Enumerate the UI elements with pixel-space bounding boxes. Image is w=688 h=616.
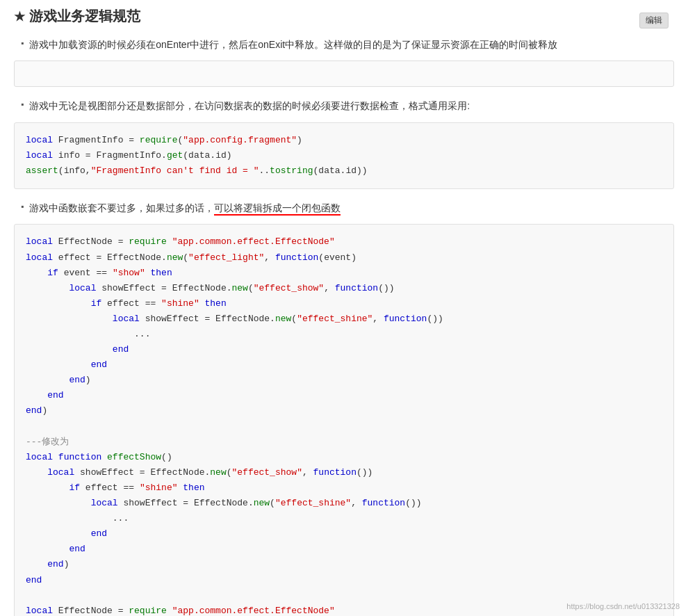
code-block-2: local EffectNode = require "app.common.e… bbox=[14, 224, 674, 616]
section-3-text: 游戏中函数嵌套不要过多，如果过多的话，可以将逻辑拆成一个闭包函数 bbox=[29, 200, 341, 216]
watermark: https://blog.csdn.net/u013321328 bbox=[566, 602, 680, 610]
section-2: ▪ 游戏中无论是视图部分还是数据部分，在访问数据表的数据的时候必须要进行数据检查… bbox=[14, 98, 674, 113]
bullet-dot-2: ▪ bbox=[21, 99, 24, 109]
section-1-text: 游戏中加载资源的时候必须在onEnter中进行，然后在onExit中释放。这样做… bbox=[29, 37, 557, 52]
section-2-text: 游戏中无论是视图部分还是数据部分，在访问数据表的数据的时候必须要进行数据检查，格… bbox=[29, 98, 470, 113]
section-3: ▪ 游戏中函数嵌套不要过多，如果过多的话，可以将逻辑拆成一个闭包函数 bbox=[14, 200, 674, 216]
bullet-dot-1: ▪ bbox=[21, 38, 24, 48]
code-block-1: local FragmentInfo = require("app.config… bbox=[14, 122, 674, 189]
page-title: ★ 游戏业务逻辑规范 bbox=[14, 7, 674, 26]
star-icon: ★ bbox=[14, 9, 25, 24]
bullet-dot-3: ▪ bbox=[21, 202, 24, 211]
edit-button[interactable]: 编辑 bbox=[639, 13, 669, 29]
input-placeholder-box[interactable] bbox=[14, 60, 674, 87]
section-1: ▪ 游戏中加载资源的时候必须在onEnter中进行，然后在onExit中释放。这… bbox=[14, 37, 674, 52]
section-3-underline: 可以将逻辑拆成一个闭包函数 bbox=[214, 202, 341, 216]
